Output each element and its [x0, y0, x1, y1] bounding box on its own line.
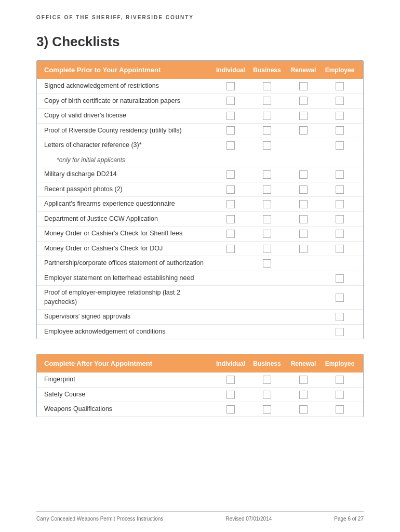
checkbox[interactable]	[299, 245, 308, 253]
checkbox[interactable]	[299, 170, 308, 179]
checkbox[interactable]	[263, 112, 271, 120]
check-individual	[212, 313, 249, 321]
check-employee	[322, 200, 358, 208]
checkbox[interactable]	[336, 245, 344, 253]
check-individual	[212, 126, 249, 135]
checkbox[interactable]	[336, 126, 344, 135]
checkbox[interactable]	[226, 112, 235, 120]
check-business	[249, 126, 285, 135]
checkbox[interactable]	[263, 82, 271, 90]
checkbox[interactable]	[299, 185, 308, 194]
check-individual	[212, 141, 249, 150]
checkbox[interactable]	[263, 230, 271, 238]
table-row: Money Order or Cashier's Check for DOJ	[37, 242, 363, 257]
check-individual	[212, 156, 249, 164]
checkbox[interactable]	[263, 170, 271, 179]
checkbox[interactable]	[263, 259, 271, 268]
table2-header: Complete After Your Appointment Individu…	[37, 354, 363, 373]
table1-col-employee: Employee	[322, 66, 358, 74]
checkbox[interactable]	[299, 112, 308, 120]
row-label: Weapons Qualifications	[44, 405, 212, 414]
checkbox[interactable]	[263, 200, 271, 208]
checkbox[interactable]	[226, 170, 235, 179]
check-renewal	[285, 170, 322, 179]
row-label: Employer statement on letterhead establi…	[44, 274, 212, 283]
footer-left: Carry Concealed Weapons Permit Process I…	[36, 516, 163, 522]
check-renewal	[285, 405, 322, 414]
checkbox[interactable]	[263, 405, 271, 414]
table2-col-business: Business	[249, 360, 285, 367]
checkbox[interactable]	[299, 230, 308, 238]
check-business	[249, 376, 285, 384]
checkbox[interactable]	[226, 141, 235, 150]
checkbox[interactable]	[336, 391, 344, 399]
checkbox[interactable]	[336, 328, 344, 336]
checkbox[interactable]	[336, 274, 344, 283]
table1-header: Complete Prior to Your Appointment Indiv…	[37, 61, 363, 79]
checkbox-empty	[263, 156, 271, 164]
row-label: Fingerprint	[44, 375, 212, 384]
table-row: Department of Justice CCW Application	[37, 212, 363, 227]
checkbox[interactable]	[336, 313, 344, 321]
checkbox[interactable]	[226, 200, 235, 208]
checkbox[interactable]	[263, 141, 271, 150]
checkbox[interactable]	[299, 200, 308, 208]
checkbox[interactable]	[263, 215, 271, 223]
checkbox[interactable]	[336, 97, 344, 105]
checkbox[interactable]	[336, 215, 344, 223]
checkbox[interactable]	[299, 97, 308, 105]
checkbox[interactable]	[336, 405, 344, 414]
checkbox[interactable]	[226, 245, 235, 253]
checkbox[interactable]	[226, 126, 235, 135]
checkbox[interactable]	[299, 391, 308, 399]
checkbox[interactable]	[226, 405, 235, 414]
checkbox[interactable]	[299, 126, 308, 135]
checkbox[interactable]	[336, 376, 344, 384]
checkbox[interactable]	[336, 185, 344, 194]
checkbox[interactable]	[226, 82, 235, 90]
checkbox[interactable]	[226, 391, 235, 399]
table-row: Employer statement on letterhead establi…	[37, 271, 363, 286]
row-label: Applicant's firearms experience question…	[44, 200, 212, 209]
checkbox[interactable]	[299, 215, 308, 223]
checkbox[interactable]	[263, 391, 271, 399]
row-label: Proof of employer-employee relationship …	[44, 288, 212, 307]
check-renewal	[285, 274, 322, 283]
checkbox-empty	[299, 274, 308, 283]
checkbox[interactable]	[336, 170, 344, 179]
check-business	[249, 156, 285, 164]
checkbox-empty	[336, 259, 344, 268]
checkbox[interactable]	[226, 230, 235, 238]
check-employee	[322, 274, 358, 283]
check-renewal	[285, 215, 322, 223]
checkbox[interactable]	[299, 82, 308, 90]
check-renewal	[285, 313, 322, 321]
checkbox[interactable]	[226, 185, 235, 194]
check-individual	[212, 97, 249, 105]
checkbox[interactable]	[263, 185, 271, 194]
check-renewal	[285, 259, 322, 268]
checkbox[interactable]	[226, 97, 235, 105]
checkbox[interactable]	[263, 126, 271, 135]
table-row: Copy of birth certificate or naturalizat…	[37, 94, 363, 109]
checkbox[interactable]	[336, 230, 344, 238]
checkbox[interactable]	[336, 200, 344, 208]
checkbox[interactable]	[226, 215, 235, 223]
checkbox[interactable]	[226, 376, 235, 384]
table-row: Supervisors' signed approvals	[37, 310, 363, 325]
checkbox[interactable]	[263, 97, 271, 105]
table-row: Money Order or Cashier's Check for Sheri…	[37, 227, 363, 242]
check-employee	[322, 328, 358, 336]
row-label: Money Order or Cashier's Check for Sheri…	[44, 229, 212, 238]
checkbox-empty	[226, 259, 235, 268]
checkbox[interactable]	[336, 141, 344, 150]
checkbox[interactable]	[263, 245, 271, 253]
checkbox[interactable]	[299, 405, 308, 414]
checkbox[interactable]	[299, 376, 308, 384]
checkbox[interactable]	[336, 82, 344, 90]
checkbox[interactable]	[336, 294, 344, 302]
checkbox[interactable]	[336, 112, 344, 120]
check-employee	[322, 170, 358, 179]
table-row: Proof of Riverside County residency (uti…	[37, 124, 363, 139]
checkbox[interactable]	[263, 376, 271, 384]
